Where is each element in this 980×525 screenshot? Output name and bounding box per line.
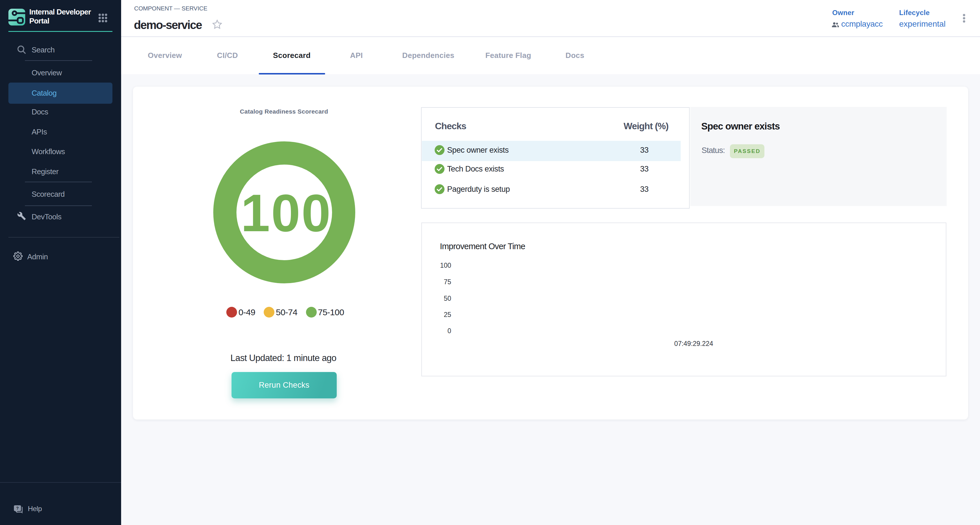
svg-text:100: 100 (241, 184, 332, 242)
svg-text:?: ? (16, 506, 19, 511)
